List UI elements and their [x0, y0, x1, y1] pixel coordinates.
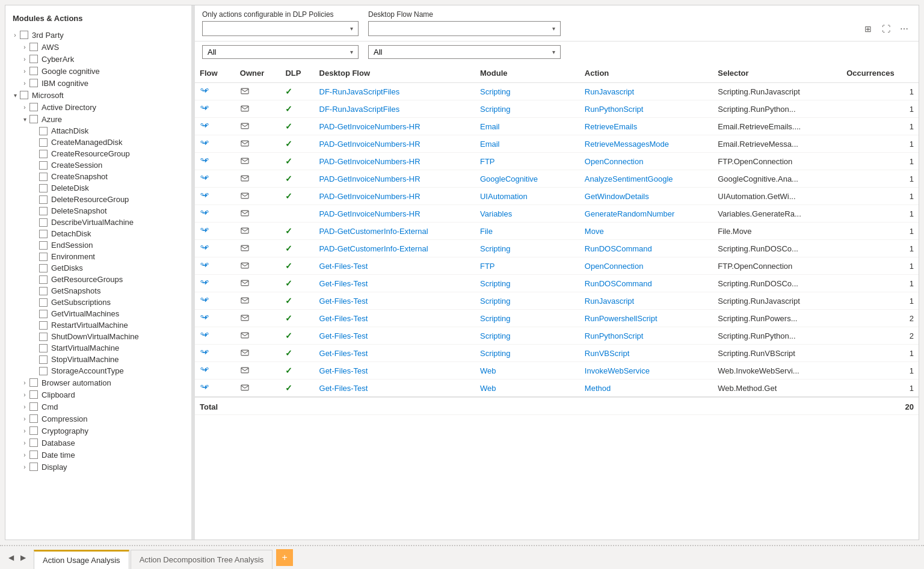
desktop-flow-name[interactable]: DF-RunJavaScriptFiles	[319, 87, 400, 96]
tree-item[interactable]: ›IBM cognitive	[5, 77, 191, 89]
flow-link-icon[interactable]	[200, 86, 209, 96]
tree-checkbox[interactable]	[29, 438, 38, 447]
action-link[interactable]: InvokeWebService	[585, 366, 650, 375]
flow-link-icon[interactable]	[200, 121, 209, 131]
tree-checkbox[interactable]	[39, 127, 48, 135]
tree-checkbox[interactable]	[39, 161, 48, 170]
module-link[interactable]: Scripting	[480, 87, 511, 96]
module-link[interactable]: Scripting	[480, 314, 511, 323]
action-link[interactable]: Move	[585, 227, 604, 236]
tree-checkbox[interactable]	[29, 115, 38, 123]
flow-link-icon[interactable]	[200, 383, 209, 392]
tree-checkbox[interactable]	[29, 67, 38, 75]
action-link[interactable]: RetrieveEmails	[585, 122, 637, 131]
filter-flowname-dropdown[interactable]: ▾	[368, 21, 561, 36]
module-link[interactable]: Scripting	[480, 349, 511, 358]
module-link[interactable]: UIAutomation	[480, 192, 528, 201]
tree-checkbox[interactable]	[39, 207, 48, 215]
module-link[interactable]: Email	[480, 122, 500, 131]
tree-item[interactable]: GetSubscriptions	[5, 297, 191, 308]
tree-checkbox[interactable]	[39, 333, 48, 341]
tree-checkbox[interactable]	[29, 43, 38, 51]
tree-checkbox[interactable]	[39, 195, 48, 204]
all-select-flowname[interactable]: All ▾	[368, 45, 561, 59]
tab-action-usage[interactable]: Action Usage Analysis	[34, 550, 129, 569]
tree-item[interactable]: AttachDisk	[5, 125, 191, 137]
tree-checkbox[interactable]	[39, 298, 48, 307]
tree-item[interactable]: ›Active Directory	[5, 101, 191, 113]
module-link[interactable]: FTP	[480, 262, 495, 271]
module-link[interactable]: Web	[480, 384, 496, 393]
tree-item[interactable]: ›Cmd	[5, 401, 191, 413]
flow-link-icon[interactable]	[200, 191, 209, 200]
action-link[interactable]: RunPowershellScript	[585, 314, 658, 323]
action-link[interactable]: OpenConnection	[585, 262, 644, 271]
nav-prev[interactable]: ◀	[5, 552, 17, 564]
tree-item[interactable]: ›Compression	[5, 413, 191, 425]
module-link[interactable]: Scripting	[480, 105, 511, 114]
nav-next[interactable]: ▶	[17, 552, 29, 564]
flow-link-icon[interactable]	[200, 138, 209, 148]
tree-item[interactable]: ›Display	[5, 461, 191, 473]
desktop-flow-name[interactable]: Get-Files-Test	[319, 297, 368, 306]
module-link[interactable]: Scripting	[480, 279, 511, 288]
tree-checkbox[interactable]	[39, 264, 48, 272]
module-link[interactable]: FTP	[480, 157, 495, 166]
module-link[interactable]: Email	[480, 140, 500, 149]
flow-link-icon[interactable]	[200, 348, 209, 357]
desktop-flow-name[interactable]: PAD-GetInvoiceNumbers-HR	[319, 157, 420, 166]
tree-checkbox[interactable]	[39, 218, 48, 227]
tree-item[interactable]: ›3rd Party	[5, 29, 191, 41]
action-link[interactable]: RunDOSCommand	[585, 279, 652, 288]
desktop-flow-name[interactable]: Get-Files-Test	[319, 366, 368, 375]
tree-item[interactable]: ›Google cognitive	[5, 65, 191, 77]
tree-item[interactable]: ›Clipboard	[5, 389, 191, 401]
tree-item[interactable]: GetSnapshots	[5, 285, 191, 297]
module-link[interactable]: Web	[480, 366, 496, 375]
module-link[interactable]: GoogleCognitive	[480, 174, 538, 183]
tree-item[interactable]: GetVirtualMachines	[5, 308, 191, 319]
tree-item[interactable]: DescribeVirtualMachine	[5, 217, 191, 228]
tree-item[interactable]: StopVirtualMachine	[5, 354, 191, 365]
action-link[interactable]: AnalyzeSentimentGoogle	[585, 174, 673, 183]
desktop-flow-name[interactable]: PAD-GetInvoiceNumbers-HR	[319, 174, 420, 183]
flow-link-icon[interactable]	[200, 103, 209, 113]
tree-item[interactable]: ›Browser automation	[5, 377, 191, 389]
tree-item[interactable]: GetDisks	[5, 262, 191, 274]
tree-checkbox[interactable]	[29, 426, 38, 435]
filter-dlp-dropdown[interactable]: ▾	[202, 21, 359, 36]
tree-checkbox[interactable]	[29, 79, 38, 87]
desktop-flow-name[interactable]: Get-Files-Test	[319, 314, 368, 323]
tree-checkbox[interactable]	[39, 321, 48, 330]
tree-item[interactable]: Environment	[5, 251, 191, 262]
tree-item[interactable]: EndSession	[5, 239, 191, 251]
desktop-flow-name[interactable]: Get-Files-Test	[319, 384, 368, 393]
tree-item[interactable]: ▾Microsoft	[5, 89, 191, 101]
tree-item[interactable]: DetachDisk	[5, 228, 191, 239]
flow-link-icon[interactable]	[200, 173, 209, 183]
desktop-flow-name[interactable]: PAD-GetInvoiceNumbers-HR	[319, 122, 420, 131]
action-link[interactable]: Method	[585, 384, 611, 393]
tree-checkbox[interactable]	[39, 344, 48, 352]
tree-item[interactable]: DeleteResourceGroup	[5, 194, 191, 205]
desktop-flow-name[interactable]: DF-RunJavaScriptFiles	[319, 105, 400, 114]
tree-item[interactable]: CreateManagedDisk	[5, 137, 191, 148]
tree-checkbox[interactable]	[39, 287, 48, 295]
more-toolbar-icon[interactable]: ⋯	[897, 22, 911, 36]
tree-checkbox[interactable]	[39, 367, 48, 375]
action-link[interactable]: RetrieveMessagesMode	[585, 140, 669, 149]
tree-checkbox[interactable]	[39, 355, 48, 364]
tree-checkbox[interactable]	[29, 402, 38, 411]
desktop-flow-name[interactable]: Get-Files-Test	[319, 262, 368, 271]
action-link[interactable]: GetWindowDetails	[585, 192, 649, 201]
tree-item[interactable]: ▾Azure	[5, 113, 191, 125]
tree-checkbox[interactable]	[39, 230, 48, 238]
tree-item[interactable]: StorageAccountType	[5, 365, 191, 377]
tree-item[interactable]: DeleteDisk	[5, 182, 191, 194]
filter-toolbar-icon[interactable]: ⊞	[861, 22, 875, 36]
flow-link-icon[interactable]	[200, 330, 209, 340]
tree-checkbox[interactable]	[29, 55, 38, 63]
tree-checkbox[interactable]	[29, 103, 38, 111]
tree-item[interactable]: CreateSession	[5, 159, 191, 171]
tree-item[interactable]: CreateResourceGroup	[5, 148, 191, 159]
